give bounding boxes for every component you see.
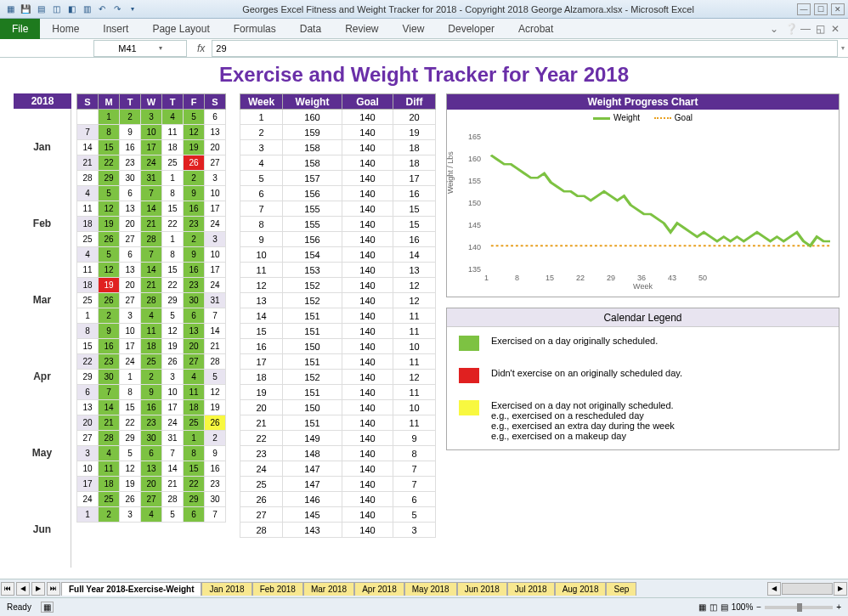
calendar-cell[interactable]: 2 [184, 171, 205, 186]
week-cell[interactable]: 159 [283, 125, 342, 140]
calendar-cell[interactable]: 12 [184, 125, 205, 140]
sheet-tab[interactable]: Jul 2018 [507, 582, 555, 596]
week-cell[interactable]: 25 [240, 477, 283, 492]
calendar-cell[interactable]: 28 [162, 492, 184, 507]
week-cell[interactable]: 140 [342, 507, 393, 523]
help-icon[interactable]: ❔ [785, 23, 797, 35]
calendar-cell[interactable]: 10 [205, 247, 226, 263]
week-cell[interactable]: 140 [342, 186, 393, 201]
view-layout-icon[interactable]: ◫ [709, 602, 717, 612]
calendar-cell[interactable]: 1 [99, 110, 120, 125]
tab-nav-next[interactable]: ▶ [31, 582, 45, 596]
calendar-cell[interactable]: 25 [77, 232, 99, 247]
calendar-cell[interactable]: 23 [205, 477, 226, 492]
calendar-cell[interactable]: 30 [141, 431, 162, 446]
calendar-cell[interactable]: 6 [205, 110, 226, 125]
calendar-cell[interactable]: 12 [99, 201, 120, 217]
week-cell[interactable]: 20 [240, 400, 283, 415]
qat-1[interactable]: ▤ [34, 3, 48, 16]
calendar-cell[interactable]: 19 [162, 339, 184, 354]
calendar-cell[interactable]: 13 [120, 201, 141, 217]
calendar-cell[interactable]: 24 [120, 354, 141, 370]
calendar-cell[interactable]: 1 [77, 507, 99, 523]
calendar-cell[interactable]: 12 [205, 385, 226, 400]
week-cell[interactable]: 150 [283, 339, 342, 354]
calendar-cell[interactable]: 8 [162, 186, 184, 201]
calendar-cell[interactable]: 7 [205, 308, 226, 324]
calendar-cell[interactable]: 5 [99, 186, 120, 201]
calendar-cell[interactable]: 30 [184, 293, 205, 308]
calendar-cell[interactable]: 20 [120, 278, 141, 293]
macro-icon[interactable]: ▦ [41, 602, 54, 613]
calendar-cell[interactable]: 3 [141, 110, 162, 125]
sheet-tab[interactable]: Jun 2018 [457, 582, 507, 596]
calendar-cell[interactable]: 18 [99, 477, 120, 492]
week-cell[interactable]: 156 [283, 186, 342, 201]
week-cell[interactable]: 10 [240, 247, 283, 263]
calendar-cell[interactable]: 3 [120, 308, 141, 324]
formula-input[interactable]: 29 [212, 40, 838, 57]
calendar-cell[interactable]: 6 [77, 385, 99, 400]
maximize-button[interactable]: ☐ [814, 3, 828, 15]
week-cell[interactable]: 8 [393, 446, 436, 461]
calendar-cell[interactable]: 11 [77, 263, 99, 278]
week-table[interactable]: WeekWeightGoalDiff 116014020215914019315… [240, 93, 436, 538]
week-cell[interactable]: 11 [393, 308, 436, 324]
week-cell[interactable]: 11 [393, 385, 436, 400]
calendar-cell[interactable]: 15 [120, 400, 141, 415]
week-cell[interactable]: 20 [393, 110, 436, 125]
calendar-cell[interactable]: 13 [205, 125, 226, 140]
calendar-cell[interactable]: 23 [184, 217, 205, 232]
week-cell[interactable]: 6 [240, 186, 283, 201]
weight-chart[interactable]: Weight Progress Chart Weight Goal Weight… [446, 93, 840, 297]
calendar-cell[interactable]: 29 [77, 370, 99, 385]
week-cell[interactable]: 16 [393, 232, 436, 247]
calendar-cell[interactable]: 1 [120, 370, 141, 385]
calendar-cell[interactable]: 17 [205, 263, 226, 278]
week-cell[interactable]: 140 [342, 140, 393, 155]
calendar-cell[interactable]: 3 [205, 232, 226, 247]
calendar-cell[interactable]: 14 [141, 201, 162, 217]
calendar-cell[interactable]: 20 [184, 339, 205, 354]
calendar-cell[interactable]: 1 [184, 431, 205, 446]
calendar-cell[interactable]: 29 [162, 293, 184, 308]
week-cell[interactable]: 152 [283, 278, 342, 293]
zoom-level[interactable]: 100% [732, 602, 754, 612]
ribbon-tab-review[interactable]: Review [333, 20, 390, 38]
week-cell[interactable]: 9 [240, 232, 283, 247]
calendar-cell[interactable]: 2 [99, 308, 120, 324]
calendar-cell[interactable]: 14 [141, 263, 162, 278]
calendar-cell[interactable]: 20 [205, 140, 226, 155]
calendar-cell[interactable]: 11 [162, 125, 184, 140]
file-tab[interactable]: File [0, 19, 40, 39]
sheet-tab[interactable]: Feb 2018 [252, 582, 303, 596]
calendar-cell[interactable]: 27 [184, 354, 205, 370]
calendar-cell[interactable]: 10 [77, 461, 99, 477]
week-cell[interactable]: 28 [240, 523, 283, 538]
zoom-slider[interactable] [765, 606, 833, 609]
sheet-tab[interactable]: Sep [606, 582, 636, 596]
week-cell[interactable]: 151 [283, 415, 342, 431]
calendar-cell[interactable]: 5 [162, 507, 184, 523]
calendar-cell[interactable]: 2 [120, 110, 141, 125]
calendar-cell[interactable]: 7 [141, 186, 162, 201]
ribbon-tab-acrobat[interactable]: Acrobat [506, 20, 565, 38]
week-cell[interactable]: 152 [283, 293, 342, 308]
calendar-cell[interactable]: 27 [205, 155, 226, 171]
calendar-cell[interactable]: 6 [184, 308, 205, 324]
calendar-cell[interactable]: 24 [141, 155, 162, 171]
week-cell[interactable]: 19 [240, 385, 283, 400]
week-cell[interactable]: 157 [283, 171, 342, 186]
week-cell[interactable]: 16 [240, 339, 283, 354]
week-cell[interactable]: 3 [240, 140, 283, 155]
week-cell[interactable]: 145 [283, 507, 342, 523]
week-cell[interactable]: 140 [342, 339, 393, 354]
calendar-cell[interactable]: 31 [141, 171, 162, 186]
week-cell[interactable]: 151 [283, 354, 342, 370]
ribbon-tab-developer[interactable]: Developer [436, 20, 506, 38]
calendar-cell[interactable]: 26 [120, 492, 141, 507]
calendar-cell[interactable]: 15 [184, 461, 205, 477]
sheet-tab[interactable]: May 2018 [404, 582, 457, 596]
week-cell[interactable]: 140 [342, 308, 393, 324]
week-cell[interactable]: 158 [283, 140, 342, 155]
